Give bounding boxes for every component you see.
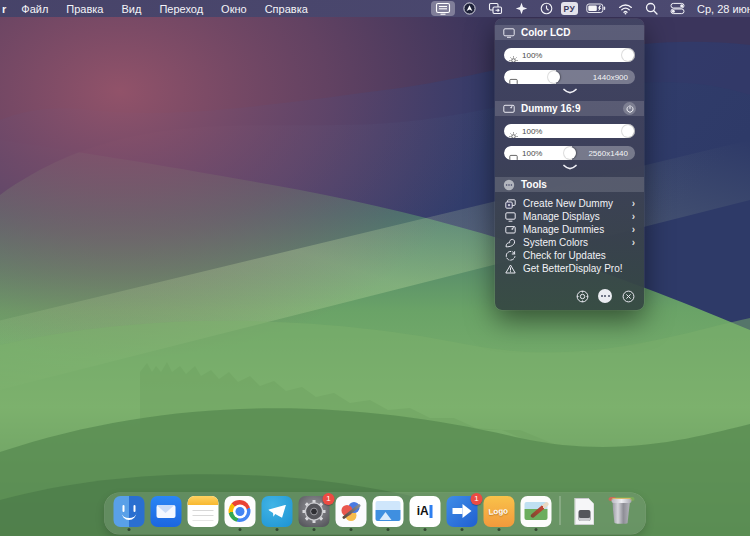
menu-view[interactable]: Вид [113, 3, 151, 15]
chevron-down-icon [562, 164, 578, 171]
dock-app-finder[interactable] [112, 496, 146, 532]
menu-item-get-betterdisplay-pro[interactable]: Get BetterDisplay Pro! [495, 262, 644, 275]
better-display-menubar-icon[interactable] [431, 1, 455, 16]
display2-scale-value: 100% [522, 149, 542, 158]
display1-brightness-knob[interactable] [622, 49, 634, 61]
resolution-display-icon [509, 73, 518, 85]
menu-item-check-for-updates[interactable]: Check for Updates [495, 249, 644, 262]
menu-item-label: Manage Displays [523, 211, 625, 222]
document-file-icon [569, 496, 600, 527]
shield-arrow-icon[interactable] [459, 1, 480, 16]
submenu-chevron-icon: › [632, 198, 635, 209]
menu-go[interactable]: Переход [150, 3, 212, 15]
ia-writer-label: iA [417, 504, 429, 518]
display2-sliders: 100% 100% 2560x1440 [495, 124, 644, 174]
add-display-icon [504, 199, 516, 209]
chevron-down-icon [562, 88, 578, 95]
submenu-chevron-icon: › [632, 211, 635, 222]
telegram-icon [261, 496, 292, 527]
menu-window[interactable]: Окно [212, 3, 256, 15]
submenu-chevron-icon: › [632, 237, 635, 248]
tools-ellipsis-icon [503, 179, 515, 191]
display-icon [503, 28, 515, 38]
dock-app-photos[interactable] [371, 496, 405, 532]
display2-resolution-value: 2560x1440 [588, 149, 628, 158]
dock-app-ia-writer[interactable]: iA [408, 496, 442, 532]
menu-help[interactable]: Справка [256, 3, 317, 15]
dock-app-share-arrow[interactable]: 1 [445, 496, 479, 532]
display1-brightness-slider[interactable]: 100% [504, 48, 635, 62]
logo-app-label: Logo [488, 506, 508, 516]
photo-viewer-icon [372, 496, 403, 527]
windows-switch-icon[interactable] [484, 1, 507, 16]
finder-icon [113, 496, 144, 527]
display-icon [504, 212, 516, 222]
running-indicator [497, 528, 500, 531]
menu-item-system-colors[interactable]: System Colors › [495, 236, 644, 249]
display1-resolution-knob[interactable] [548, 71, 560, 83]
display2-brightness-knob[interactable] [622, 125, 634, 137]
menu-bar-clock[interactable]: Ср, 28 июн. [693, 3, 750, 15]
logo-app-icon: Logo [483, 496, 514, 527]
dock-app-notes[interactable] [186, 496, 220, 532]
display1-brightness-value: 100% [522, 51, 542, 60]
battery-icon[interactable] [582, 2, 610, 15]
refresh-icon [504, 250, 516, 261]
dummy-display-icon [503, 104, 515, 114]
display2-brightness-slider[interactable]: 100% [504, 124, 635, 138]
dock-app-image-editor[interactable] [519, 496, 553, 532]
spray-star-icon[interactable] [511, 1, 532, 16]
display2-resolution-knob[interactable] [564, 147, 576, 159]
edit-display-icon [504, 225, 516, 235]
brightness-sun-icon [509, 51, 518, 63]
dock-app-paint[interactable] [334, 496, 368, 532]
search-icon[interactable] [641, 1, 662, 16]
dock-item-trash[interactable] [605, 496, 639, 532]
dock: 1 iA [105, 493, 646, 534]
dock-app-logo[interactable]: Logo [482, 496, 516, 532]
running-indicator [534, 528, 537, 531]
display1-resolution-slider[interactable]: 1440x900 [504, 70, 635, 84]
tools-menu: Create New Dummy › Manage Displays › [495, 192, 644, 275]
control-center-icon[interactable] [666, 1, 689, 16]
brightness-sun-icon [509, 127, 518, 139]
menu-file[interactable]: Файл [12, 3, 57, 15]
tools-title: Tools [521, 179, 547, 190]
timer-circle-icon[interactable] [536, 1, 557, 16]
dock-separator [560, 496, 561, 525]
menu-bar-left: r Файл Правка Вид Переход Окно Справка [0, 3, 317, 15]
close-icon [622, 290, 635, 303]
dock-item-document[interactable] [568, 496, 602, 532]
resolution-display-icon [509, 149, 518, 161]
display2-resolution-slider[interactable]: 100% 2560x1440 [504, 146, 635, 160]
more-options-button[interactable] [598, 289, 612, 303]
display2-expand-button[interactable] [504, 160, 635, 174]
dummy-power-button[interactable] [623, 102, 636, 115]
dock-app-chrome[interactable] [223, 496, 257, 532]
menu-item-create-new-dummy[interactable]: Create New Dummy › [495, 197, 644, 210]
running-indicator [349, 528, 352, 531]
menu-item-label: Create New Dummy [523, 198, 625, 209]
running-indicator [275, 528, 278, 531]
dock-app-mail[interactable] [149, 496, 183, 532]
menu-item-label: System Colors [523, 237, 625, 248]
dock-app-telegram[interactable] [260, 496, 294, 532]
ia-writer-icon: iA [409, 496, 440, 527]
input-source-badge[interactable]: РУ [561, 2, 578, 15]
menu-bar-status: РУ [431, 1, 742, 16]
menu-edit[interactable]: Правка [57, 3, 112, 15]
settings-gear-button[interactable] [575, 289, 589, 303]
submenu-chevron-icon: › [632, 224, 635, 235]
display1-title: Color LCD [521, 27, 570, 38]
app-menu-fragment[interactable]: r [0, 3, 12, 15]
menu-item-manage-displays[interactable]: Manage Displays › [495, 210, 644, 223]
running-indicator [423, 528, 426, 531]
display1-expand-button[interactable] [504, 84, 635, 98]
dock-app-system-settings[interactable]: 1 [297, 496, 331, 532]
menu-item-label: Get BetterDisplay Pro! [523, 263, 635, 274]
wifi-icon[interactable] [614, 2, 637, 16]
close-button[interactable] [621, 289, 635, 303]
display2-title: Dummy 16:9 [521, 103, 580, 114]
menu-item-manage-dummies[interactable]: Manage Dummies › [495, 223, 644, 236]
better-display-popover: Color LCD 100% [495, 19, 644, 310]
